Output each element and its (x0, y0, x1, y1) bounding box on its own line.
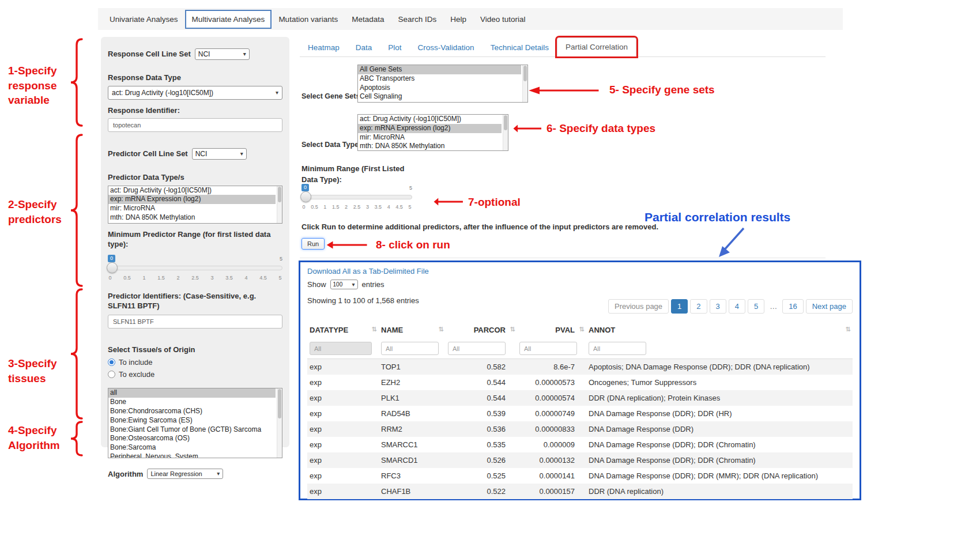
predictor-cell-line-set-select[interactable]: NCI ▾ (192, 148, 247, 160)
page-button-2[interactable]: 2 (690, 299, 707, 314)
predictor-identifiers-input[interactable] (108, 315, 282, 329)
column-header-annot[interactable]: ANNOT⇅ (586, 321, 853, 338)
sort-icon[interactable]: ⇅ (846, 326, 851, 333)
nav-item-search-ids[interactable]: Search IDs (391, 10, 443, 29)
nav-item-metadata[interactable]: Metadata (345, 10, 391, 29)
predictor-data-type-option-mir-microrna[interactable]: mir: MicroRNA (108, 204, 276, 213)
tissue-option-all[interactable]: all (108, 388, 276, 398)
cell-parcor: 0.544 (446, 375, 517, 390)
tissue-exclude-radio[interactable]: To exclude (108, 370, 282, 379)
tissue-option-bone-sarcoma[interactable]: Bone:Sarcoma (108, 443, 276, 452)
settings-panel: Response Cell Line Set NCI ▾ Response Da… (101, 37, 289, 447)
filter-input-pval[interactable] (519, 342, 577, 355)
scrollbar[interactable] (522, 65, 527, 102)
page-button-4[interactable]: 4 (729, 299, 745, 314)
radio-selected-icon[interactable] (108, 358, 115, 366)
gene-set-option-cell-signaling[interactable]: Cell Signaling (358, 92, 521, 101)
data-type-option-exp-mrna-expression-log2[interactable]: exp: mRNA Expression (log2) (358, 124, 502, 133)
table-row[interactable]: expTOP10.5828.6e-7Apoptosis; DNA Damage … (307, 359, 853, 375)
data-type-option-mir-microrna[interactable]: mir: MicroRNA (358, 133, 502, 142)
response-data-type-select[interactable]: act: Drug Activity (-log10[IC50M]) ▾ (108, 86, 282, 100)
gene-set-option-all-gene-sets[interactable]: All Gene Sets (358, 65, 521, 74)
tab-heatmap[interactable]: Heatmap (300, 39, 348, 56)
nav-item-video-tutorial[interactable]: Video tutorial (473, 10, 533, 29)
response-cell-line-set-select[interactable]: NCI ▾ (195, 48, 250, 60)
nav-item-multivariate-analyses[interactable]: Multivariate Analyses (185, 10, 272, 29)
tab-partial-correlation[interactable]: Partial Correlation (557, 37, 636, 56)
predictor-data-type-option-act-drug-activity-log10-ic50m[interactable]: act: Drug Activity (-log10[IC50M]) (108, 186, 276, 195)
tissue-option-bone-chondrosarcoma-chs[interactable]: Bone:Chondrosarcoma (CHS) (108, 407, 276, 416)
table-row[interactable]: expRFC30.5250.0000141DNA Damage Response… (307, 468, 853, 484)
scrollbar[interactable] (503, 115, 508, 150)
tissue-option-bone-giant-cell-tumor-of-bone-gctb-sarcoma[interactable]: Bone:Giant Cell Tumor of Bone (GCTB) Sar… (108, 425, 276, 435)
slider-handle[interactable] (107, 262, 118, 273)
tab-technical-details[interactable]: Technical Details (483, 39, 557, 56)
slider-track[interactable] (301, 195, 412, 199)
page-button-3[interactable]: 3 (710, 299, 726, 314)
sort-icon[interactable]: ⇅ (372, 326, 377, 333)
filter-input-datatype[interactable] (310, 342, 372, 355)
tissue-include-radio[interactable]: To include (108, 358, 282, 367)
predictor-data-type-option-exp-mrna-expression-log2[interactable]: exp: mRNA Expression (log2) (108, 195, 276, 204)
tissue-option-bone[interactable]: Bone (108, 398, 276, 407)
filter-input-parcor[interactable] (448, 342, 506, 355)
min-predictor-range-slider[interactable]: 5 0 00.511.522.533.544.55 (108, 259, 282, 285)
run-button[interactable]: Run (301, 238, 325, 250)
next-page-button[interactable]: Next page (806, 299, 853, 314)
column-header-pval[interactable]: PVAL⇅ (517, 321, 586, 338)
table-row[interactable]: expRRM20.5360.00000833DNA Damage Respons… (307, 421, 853, 437)
data-type-option-mth-dna-850k-methylation[interactable]: mth: DNA 850K Methylation (358, 142, 502, 151)
column-header-parcor[interactable]: PARCOR⇅ (446, 321, 517, 338)
slider-track[interactable] (108, 266, 282, 270)
table-row[interactable]: expSMARCD10.5260.0000132DNA Damage Respo… (307, 452, 853, 468)
gene-set-option-apoptosis[interactable]: Apoptosis (358, 84, 521, 93)
data-types-listbox[interactable]: act: Drug Activity (-log10[IC50M])exp: m… (357, 114, 508, 151)
filter-input-annot[interactable] (589, 342, 646, 355)
tab-data[interactable]: Data (348, 39, 380, 56)
scrollbar[interactable] (277, 186, 282, 223)
table-row[interactable]: expCHAF1B0.5220.0000157DDR (DNA replicat… (307, 484, 853, 499)
tissue-option-peripheral-nervous-system[interactable]: Peripheral_Nervous_System (108, 452, 276, 458)
sort-icon[interactable]: ⇅ (579, 326, 585, 333)
tab-cross-validation[interactable]: Cross-Validation (410, 39, 483, 56)
entries-select[interactable]: 100 ▾ (330, 280, 358, 289)
sort-icon[interactable]: ⇅ (510, 326, 515, 333)
cell-name: SMARCC1 (379, 437, 446, 452)
predictor-data-type-option-mth-dna-850k-methylation[interactable]: mth: DNA 850K Methylation (108, 213, 276, 222)
scrollbar-thumb[interactable] (278, 389, 281, 418)
annotation-results-title: Partial correlation results (644, 209, 790, 225)
previous-page-button[interactable]: Previous page (608, 299, 669, 314)
nav-item-help[interactable]: Help (443, 10, 473, 29)
download-link[interactable]: Download All as a Tab-Delimited File (307, 267, 429, 276)
gene-set-option-abc-transporters[interactable]: ABC Transporters (358, 74, 521, 84)
column-header-name[interactable]: NAME⇅ (379, 321, 446, 338)
column-header-datatype[interactable]: DATATYPE⇅ (307, 321, 379, 338)
scrollbar-thumb[interactable] (504, 115, 507, 130)
gene-sets-listbox[interactable]: All Gene SetsABC TransportersApoptosisCe… (357, 65, 528, 103)
page-button-1[interactable]: 1 (671, 299, 688, 314)
tissues-listbox[interactable]: allBoneBone:Chondrosarcoma (CHS)Bone:Ewi… (108, 388, 282, 458)
page-button-5[interactable]: 5 (748, 299, 764, 314)
tissue-option-bone-ewing-sarcoma-es[interactable]: Bone:Ewing Sarcoma (ES) (108, 416, 276, 425)
predictor-data-types-listbox[interactable]: act: Drug Activity (-log10[IC50M])exp: m… (108, 186, 282, 224)
table-row[interactable]: expRAD54B0.5390.00000749DNA Damage Respo… (307, 406, 853, 421)
filter-input-name[interactable] (381, 342, 439, 355)
min-range-slider[interactable]: 5 0 00.511.522.533.544.55 (301, 188, 412, 214)
data-type-option-act-drug-activity-log10-ic50m[interactable]: act: Drug Activity (-log10[IC50M]) (358, 115, 502, 124)
tab-plot[interactable]: Plot (380, 39, 409, 56)
response-identifier-input[interactable] (108, 118, 282, 132)
slider-handle[interactable] (300, 191, 311, 202)
nav-item-univariate-analyses[interactable]: Univariate Analyses (103, 10, 185, 29)
table-row[interactable]: expEZH20.5440.00000573Oncogenes; Tumor S… (307, 375, 853, 390)
scrollbar-thumb[interactable] (278, 187, 281, 202)
algorithm-select[interactable]: Linear Regression ▾ (147, 469, 223, 479)
page-button-16[interactable]: 16 (782, 299, 803, 314)
radio-unselected-icon[interactable] (108, 371, 115, 378)
table-row[interactable]: expSMARCC10.5350.000009DNA Damage Respon… (307, 437, 853, 452)
scrollbar-thumb[interactable] (523, 66, 527, 81)
scrollbar[interactable] (277, 388, 282, 458)
table-row[interactable]: expPLK10.5440.00000574DDR (DNA replicati… (307, 390, 853, 406)
nav-item-mutation-variants[interactable]: Mutation variants (272, 10, 345, 29)
tissue-option-bone-osteosarcoma-os[interactable]: Bone:Osteosarcoma (OS) (108, 434, 276, 443)
sort-icon[interactable]: ⇅ (439, 326, 444, 333)
